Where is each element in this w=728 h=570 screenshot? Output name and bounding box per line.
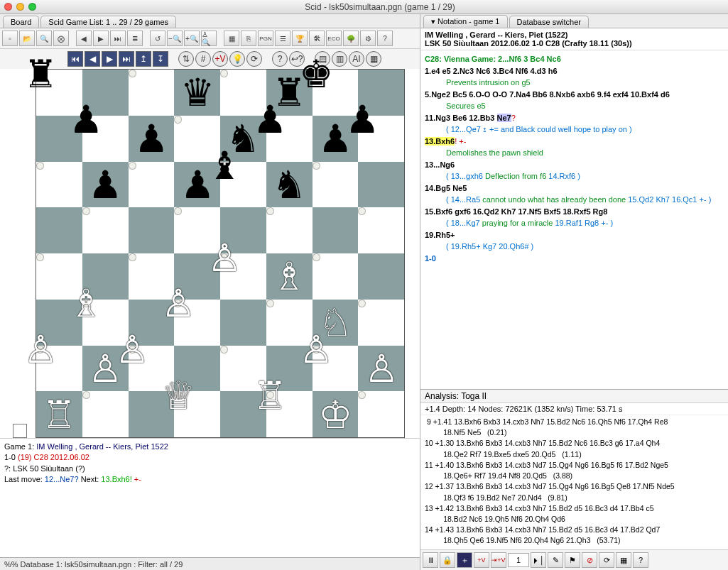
tree-icon[interactable]: 🌳: [343, 31, 359, 46]
pgn-icon[interactable]: PGN: [258, 31, 273, 46]
piece[interactable]: ♟: [253, 100, 287, 138]
square[interactable]: [129, 253, 136, 261]
lock-icon[interactable]: 🔒: [440, 552, 455, 568]
square[interactable]: [266, 207, 274, 215]
square[interactable]: ♙: [313, 346, 320, 353]
notation-body[interactable]: C28: Vienna Game: 2...Nf6 3 Bc4 Nc6 1.e4…: [420, 50, 728, 389]
new-file-icon[interactable]: ▫: [2, 31, 18, 46]
square[interactable]: ♗: [82, 300, 90, 307]
square[interactable]: [36, 207, 82, 253]
piece[interactable]: ♖: [253, 376, 287, 415]
square[interactable]: ♙: [36, 346, 44, 353]
lightbulb-icon[interactable]: 💡: [229, 51, 245, 67]
piece[interactable]: ♞: [272, 165, 306, 204]
piece[interactable]: ♙: [207, 239, 241, 277]
square[interactable]: [174, 207, 182, 215]
var-6a[interactable]: ( 18...Kg7: [446, 219, 482, 227]
var-4a[interactable]: ( 13...gxh6: [446, 172, 485, 180]
tb-c-icon[interactable]: AI: [349, 51, 364, 67]
piece[interactable]: ♟: [69, 100, 103, 138]
piece[interactable]: ♟: [88, 165, 122, 204]
pause-icon[interactable]: ⏸: [423, 552, 438, 568]
nav-down-var-icon[interactable]: ↧: [153, 51, 168, 67]
list-icon[interactable]: ≣: [127, 31, 143, 46]
square[interactable]: [358, 207, 366, 215]
piece[interactable]: ♝: [207, 146, 241, 185]
square[interactable]: ♕: [174, 391, 182, 399]
square[interactable]: ♝: [220, 162, 228, 170]
square[interactable]: [313, 207, 359, 253]
autoplay-icon[interactable]: ⟳: [246, 51, 262, 67]
engine-icon[interactable]: ⚙: [360, 31, 376, 46]
piece[interactable]: ♕: [161, 376, 195, 415]
square[interactable]: [313, 162, 320, 170]
square[interactable]: ♔: [313, 391, 359, 437]
piece[interactable]: ♔: [318, 395, 352, 434]
square[interactable]: [358, 253, 404, 300]
moves-6[interactable]: 15.Bxf6 gxf6 16.Qd2 Kh7 17.Nf5 Bxf5 18.R…: [425, 207, 607, 216]
minimize-icon[interactable]: [16, 3, 24, 11]
square[interactable]: ♟: [129, 116, 175, 162]
piece[interactable]: ♗: [69, 284, 103, 322]
square[interactable]: [358, 162, 404, 208]
square[interactable]: ♟: [358, 116, 366, 124]
piece[interactable]: ♙: [161, 284, 195, 322]
moves-7[interactable]: 19.Rh5+: [425, 231, 455, 239]
square[interactable]: ♗: [266, 253, 313, 300]
square[interactable]: ♜: [36, 70, 44, 77]
search-minus-icon[interactable]: −🔍: [167, 31, 183, 46]
exclude-move-icon[interactable]: ⊘: [582, 552, 597, 568]
var-6c[interactable]: 19.Raf1 Rg8 +- ): [553, 219, 613, 227]
tab-db-switcher[interactable]: Database switcher: [509, 16, 590, 28]
square[interactable]: ♟: [82, 162, 129, 208]
piece[interactable]: ♚: [299, 55, 333, 93]
piece[interactable]: ♜: [23, 55, 58, 93]
tab-notation[interactable]: ▾ Notation - game 1: [423, 15, 508, 28]
square[interactable]: [220, 70, 228, 77]
var-7[interactable]: ( 19.Rh5+ Kg7 20.Qh6# ): [425, 242, 533, 251]
next-game-icon[interactable]: ▶: [93, 31, 109, 46]
square[interactable]: ♖: [266, 391, 274, 399]
moves-4[interactable]: 13...Ng6: [425, 160, 455, 169]
chess-board[interactable]: ♜♛♜♚♟♟♞♟♟♟♟♟♝♞♙♗♗♙♘♙♙♙♙♙♖♕♖♔: [36, 69, 405, 438]
square[interactable]: ♟: [266, 116, 274, 124]
trial-mode-icon[interactable]: ?: [272, 51, 288, 67]
square[interactable]: [129, 70, 136, 77]
key-move[interactable]: 13.Bxh6: [425, 137, 455, 146]
square[interactable]: [358, 391, 366, 399]
square[interactable]: [174, 116, 182, 124]
nav-start-icon[interactable]: ⏮: [67, 51, 83, 67]
square[interactable]: ♚: [313, 70, 320, 77]
piece[interactable]: ♙: [115, 330, 149, 368]
nav-back-icon[interactable]: ◀: [85, 51, 100, 67]
tab-gamelist[interactable]: Scid Game List: 1 .. 29 / 29 games: [40, 16, 176, 28]
piece[interactable]: ♙: [23, 330, 58, 368]
square[interactable]: [266, 300, 274, 307]
update-icon[interactable]: ⟳: [599, 552, 614, 568]
add-var-analysis-icon[interactable]: +V: [474, 552, 489, 568]
nav-end-icon[interactable]: ⏭: [119, 51, 134, 67]
multipv-stepper[interactable]: [508, 553, 529, 567]
square[interactable]: [313, 253, 320, 261]
db-switch-icon[interactable]: ▦: [224, 31, 239, 46]
engine-help-icon[interactable]: ?: [633, 552, 648, 568]
moves-1[interactable]: 1.e4 e5 2.Nc3 Nc6 3.Bc4 Nf6 4.d3 h6: [425, 67, 558, 75]
square[interactable]: ♟: [82, 116, 90, 124]
piece[interactable]: ♛: [180, 73, 214, 111]
search-plus-icon[interactable]: +🔍: [184, 31, 200, 46]
square[interactable]: ♙: [129, 346, 136, 353]
search-reset-icon[interactable]: ↺: [150, 31, 165, 46]
var-5a[interactable]: ( 14...Ra5: [446, 195, 482, 204]
moves-2[interactable]: 5.Nge2 Bc5 6.O-O O-O 7.Na4 Bb6 8.Nxb6 ax…: [425, 90, 670, 99]
moves-3a[interactable]: 11.Ng3 Be6 12.Bb3: [425, 114, 497, 122]
search-material-icon[interactable]: ♙🔍: [201, 31, 217, 46]
zoom-icon[interactable]: [28, 3, 36, 11]
square[interactable]: [129, 162, 136, 170]
square[interactable]: ♙: [220, 253, 228, 261]
close-icon[interactable]: [4, 3, 12, 11]
nav-up-var-icon[interactable]: ↥: [136, 51, 151, 67]
glist-icon[interactable]: ☰: [275, 31, 290, 46]
finish-game-icon[interactable]: ⏵│: [531, 552, 546, 568]
square[interactable]: ♙: [174, 300, 182, 307]
square[interactable]: [220, 346, 228, 353]
